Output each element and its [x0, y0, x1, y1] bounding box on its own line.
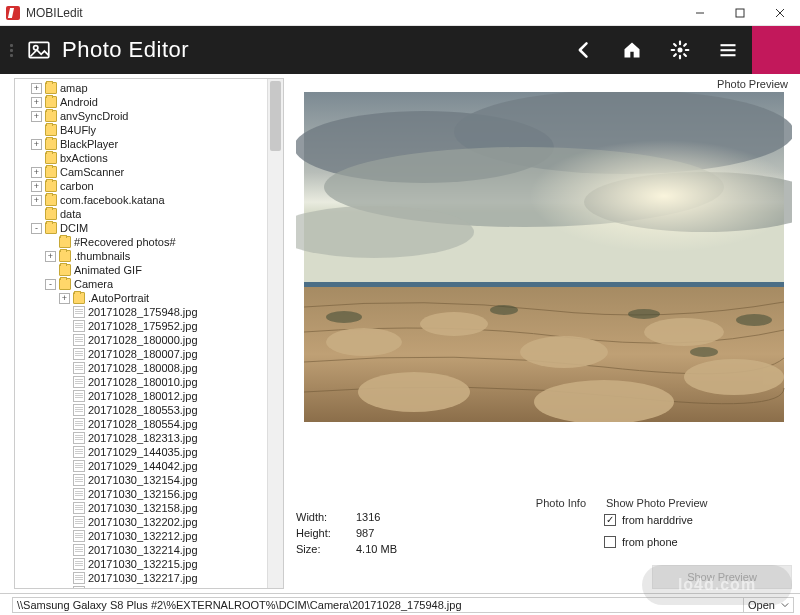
expand-icon[interactable]: +	[31, 83, 42, 94]
checkbox-icon: ✓	[604, 514, 616, 526]
photo-editor-icon	[26, 37, 52, 63]
file-item[interactable]: 20171030_132219.jpg	[17, 585, 267, 588]
file-item[interactable]: 20171030_132154.jpg	[17, 473, 267, 487]
file-item[interactable]: 20171028_180554.jpg	[17, 417, 267, 431]
expand-icon[interactable]: +	[45, 251, 56, 262]
file-item[interactable]: 20171028_182313.jpg	[17, 431, 267, 445]
folder-item[interactable]: #Recovered photos#	[17, 235, 267, 249]
file-icon	[73, 390, 85, 402]
folder-item[interactable]: data	[17, 207, 267, 221]
file-item[interactable]: 20171028_180553.jpg	[17, 403, 267, 417]
file-item[interactable]: 20171028_180000.jpg	[17, 333, 267, 347]
folder-item[interactable]: Animated GIF	[17, 263, 267, 277]
photo-info-panel: Photo Info Width:1316 Height:987 Size:4.…	[296, 497, 596, 589]
tree-label: 20171028_180554.jpg	[88, 417, 198, 431]
tree-label: 20171030_132154.jpg	[88, 473, 198, 487]
folder-item[interactable]: +CamScanner	[17, 165, 267, 179]
titlebar: MOBILedit	[0, 0, 800, 26]
svg-point-29	[736, 314, 772, 326]
tree-label: anvSyncDroid	[60, 109, 128, 123]
file-icon	[73, 320, 85, 332]
folder-item[interactable]: +amap	[17, 81, 267, 95]
file-item[interactable]: 20171030_132202.jpg	[17, 515, 267, 529]
from-phone-checkbox[interactable]: from phone	[604, 531, 792, 553]
file-item[interactable]: 20171028_175952.jpg	[17, 319, 267, 333]
file-item[interactable]: 20171028_180012.jpg	[17, 389, 267, 403]
svg-point-24	[358, 372, 470, 412]
photo-preview	[296, 92, 792, 493]
folder-icon	[45, 180, 57, 192]
file-icon	[73, 418, 85, 430]
folder-item[interactable]: +Android	[17, 95, 267, 109]
show-preview-button[interactable]: Show Preview	[652, 565, 792, 589]
svg-rect-8	[721, 49, 736, 51]
open-button[interactable]: Open	[744, 597, 794, 613]
from-harddrive-checkbox[interactable]: ✓ from harddrive	[604, 509, 792, 531]
file-item[interactable]: 20171029_144042.jpg	[17, 459, 267, 473]
close-button[interactable]	[760, 0, 800, 26]
folder-item[interactable]: B4UFly	[17, 123, 267, 137]
expander-blank	[59, 587, 70, 589]
folder-item[interactable]: +.thumbnails	[17, 249, 267, 263]
file-item[interactable]: 20171028_180010.jpg	[17, 375, 267, 389]
expand-icon[interactable]: +	[31, 97, 42, 108]
maximize-button[interactable]	[720, 0, 760, 26]
minimize-button[interactable]	[680, 0, 720, 26]
file-icon	[73, 460, 85, 472]
back-button[interactable]	[560, 26, 608, 74]
expand-icon[interactable]: +	[31, 195, 42, 206]
folder-item[interactable]: +.AutoPortrait	[17, 291, 267, 305]
file-item[interactable]: 20171028_180008.jpg	[17, 361, 267, 375]
home-button[interactable]	[608, 26, 656, 74]
folder-item[interactable]: bxActions	[17, 151, 267, 165]
file-item[interactable]: 20171028_175948.jpg	[17, 305, 267, 319]
file-item[interactable]: 20171030_132217.jpg	[17, 571, 267, 585]
expander-blank	[59, 391, 70, 402]
svg-point-25	[534, 380, 674, 422]
svg-rect-1	[736, 9, 744, 17]
expand-icon[interactable]: +	[31, 139, 42, 150]
folder-item[interactable]: -Camera	[17, 277, 267, 291]
expand-icon[interactable]: +	[31, 111, 42, 122]
tree-label: amap	[60, 81, 88, 95]
file-item[interactable]: 20171030_132212.jpg	[17, 529, 267, 543]
checkbox-icon	[604, 536, 616, 548]
expander-blank	[59, 419, 70, 430]
settings-button[interactable]	[656, 26, 704, 74]
expand-icon[interactable]: +	[59, 293, 70, 304]
file-item[interactable]: 20171030_132214.jpg	[17, 543, 267, 557]
folder-item[interactable]: +com.facebook.katana	[17, 193, 267, 207]
tree-label: 20171028_180010.jpg	[88, 375, 198, 389]
file-item[interactable]: 20171029_144035.jpg	[17, 445, 267, 459]
svg-point-23	[684, 359, 784, 395]
menu-button[interactable]	[704, 26, 752, 74]
file-item[interactable]: 20171030_132158.jpg	[17, 501, 267, 515]
file-item[interactable]: 20171028_180007.jpg	[17, 347, 267, 361]
size-value: 4.10 MB	[356, 543, 397, 555]
folder-tree[interactable]: +amap+Android+anvSyncDroidB4UFly+BlackPl…	[15, 79, 267, 588]
tree-label: BlackPlayer	[60, 137, 118, 151]
tree-scrollbar[interactable]	[267, 79, 283, 588]
tree-label: 20171028_180553.jpg	[88, 403, 198, 417]
folder-item[interactable]: +carbon	[17, 179, 267, 193]
expand-icon[interactable]: +	[31, 167, 42, 178]
height-value: 987	[356, 527, 374, 539]
folder-item[interactable]: +BlackPlayer	[17, 137, 267, 151]
expander-blank	[59, 489, 70, 500]
collapse-icon[interactable]: -	[45, 279, 56, 290]
tree-label: com.facebook.katana	[60, 193, 165, 207]
folder-item[interactable]: -DCIM	[17, 221, 267, 235]
folder-icon	[45, 110, 57, 122]
scrollbar-thumb[interactable]	[270, 81, 281, 151]
folder-item[interactable]: +anvSyncDroid	[17, 109, 267, 123]
expander-blank	[59, 405, 70, 416]
collapse-icon[interactable]: -	[31, 223, 42, 234]
expander-blank	[59, 531, 70, 542]
file-item[interactable]: 20171030_132156.jpg	[17, 487, 267, 501]
tree-label: 20171028_180012.jpg	[88, 389, 198, 403]
page-title: Photo Editor	[62, 37, 189, 63]
svg-point-20	[420, 312, 488, 336]
status-path[interactable]: \\Samsung Galaxy S8 Plus #2\%EXTERNALROO…	[12, 597, 744, 613]
file-item[interactable]: 20171030_132215.jpg	[17, 557, 267, 571]
expand-icon[interactable]: +	[31, 181, 42, 192]
